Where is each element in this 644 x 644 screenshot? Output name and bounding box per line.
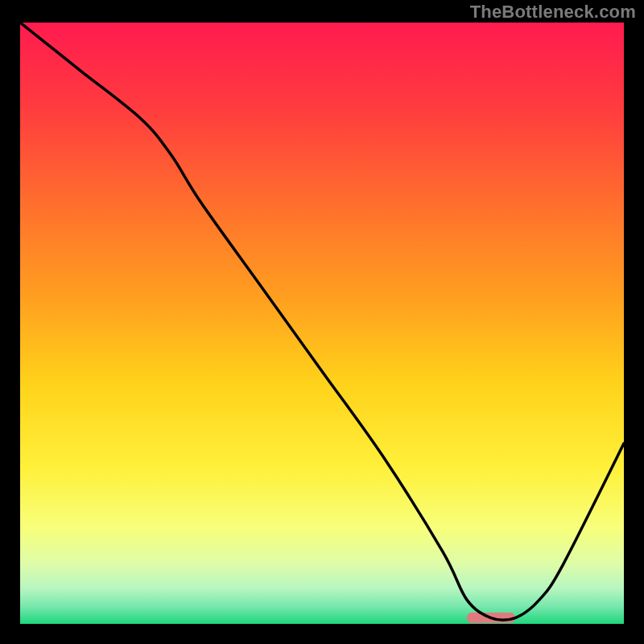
chart-svg bbox=[20, 23, 624, 624]
plot-frame bbox=[20, 23, 624, 624]
chart-container: TheBottleneck.com bbox=[0, 0, 644, 644]
gradient-background bbox=[20, 23, 624, 624]
watermark-text: TheBottleneck.com bbox=[470, 2, 636, 23]
